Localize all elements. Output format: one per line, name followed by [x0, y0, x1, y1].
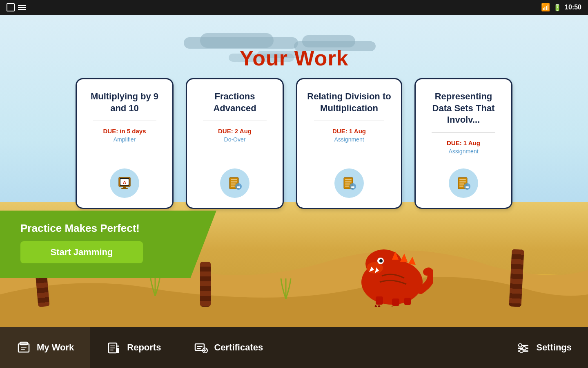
svg-rect-44: [459, 184, 464, 184]
svg-rect-14: [392, 298, 399, 306]
svg-marker-18: [390, 306, 394, 307]
svg-rect-55: [110, 348, 115, 348]
svg-marker-16: [374, 305, 378, 307]
svg-point-66: [519, 344, 522, 347]
palm-trunk-2: [200, 262, 211, 307]
card-1-due: DUE: in 5 days: [103, 128, 146, 135]
card-fractions[interactable]: Fractions Advanced DUE: 2 Aug Do-Over: [186, 78, 284, 209]
time-display: 10:50: [565, 4, 581, 11]
svg-rect-61: [197, 348, 201, 349]
card-1-icon: A: [110, 168, 139, 198]
grass-1: [147, 276, 163, 298]
card-1-divider: [93, 121, 156, 121]
svg-rect-35: [345, 182, 352, 182]
card-division[interactable]: Relating Division to Multiplication DUE:…: [296, 78, 402, 209]
svg-rect-23: [123, 186, 126, 188]
svg-marker-17: [377, 305, 381, 307]
start-jamming-button[interactable]: Start Jamming: [20, 241, 143, 263]
svg-rect-47: [466, 186, 469, 187]
grass-2: [278, 278, 294, 301]
svg-rect-24: [121, 188, 128, 189]
svg-rect-42: [459, 180, 466, 180]
card-4-due: DUE: 1 Aug: [447, 139, 480, 146]
card-1-type: Amplifier: [114, 136, 136, 143]
svg-rect-48: [466, 187, 469, 188]
svg-point-68: [520, 350, 523, 353]
certificates-label: Certificates: [214, 342, 263, 353]
bottom-nav: My Work Reports Certificates: [0, 327, 588, 368]
svg-rect-29: [231, 186, 235, 186]
svg-rect-39: [351, 186, 354, 187]
status-bar: 📶 🔋 10:50: [0, 0, 588, 15]
status-bar-right: 📶 🔋 10:50: [541, 3, 581, 12]
nav-reports[interactable]: Reports: [90, 327, 177, 368]
cards-container: Multiplying by 9 and 10 DUE: in 5 days A…: [0, 78, 588, 209]
svg-rect-58: [116, 346, 119, 347]
svg-text:A: A: [123, 180, 126, 185]
my-work-label: My Work: [37, 342, 74, 353]
dragon: [351, 233, 433, 307]
card-data-sets[interactable]: Representing Data Sets That Involv... DU…: [414, 78, 512, 209]
nav-settings[interactable]: Settings: [499, 340, 588, 355]
svg-rect-27: [231, 182, 237, 182]
practice-banner: Practice Makes Perfect! Start Jamming: [0, 211, 216, 278]
card-2-due: DUE: 2 Aug: [218, 128, 252, 135]
svg-rect-57: [116, 348, 119, 353]
card-3-type: Assignment: [334, 136, 364, 143]
card-4-title: Representing Data Sets That Involv...: [424, 91, 503, 126]
svg-rect-60: [197, 346, 203, 347]
practice-title: Practice Makes Perfect!: [20, 222, 200, 235]
card-3-divider: [314, 121, 384, 121]
svg-rect-52: [21, 349, 25, 350]
card-1-title: Multiplying by 9 and 10: [85, 91, 164, 114]
svg-rect-43: [459, 182, 466, 182]
card-2-divider: [203, 121, 266, 121]
card-4-divider: [432, 132, 495, 133]
svg-point-67: [523, 347, 526, 350]
svg-rect-15: [404, 298, 411, 305]
svg-rect-36: [345, 184, 350, 184]
svg-rect-26: [231, 180, 237, 180]
svg-rect-37: [345, 186, 349, 186]
svg-rect-34: [345, 180, 352, 180]
svg-rect-13: [376, 296, 383, 305]
bars-icon: [18, 5, 26, 10]
card-4-type: Assignment: [448, 148, 478, 155]
card-2-title: Fractions Advanced: [195, 91, 274, 114]
svg-marker-12: [408, 257, 416, 265]
screen-icon: [7, 3, 15, 11]
card-3-title: Relating Division to Multiplication: [305, 91, 393, 114]
svg-rect-51: [21, 347, 27, 348]
card-multiplying[interactable]: Multiplying by 9 and 10 DUE: in 5 days A…: [76, 78, 174, 209]
svg-rect-54: [110, 346, 115, 346]
my-work-icon: [16, 340, 31, 355]
svg-rect-32: [237, 187, 240, 188]
page-title: Your Work: [0, 29, 588, 70]
status-bar-left: [7, 3, 26, 11]
nav-my-work[interactable]: My Work: [0, 327, 90, 368]
main-area: Your Work: [0, 15, 588, 327]
svg-rect-31: [237, 186, 240, 187]
card-2-type: Do-Over: [224, 136, 246, 143]
nav-certificates[interactable]: Certificates: [177, 327, 279, 368]
settings-label: Settings: [536, 342, 572, 353]
card-3-icon: [334, 168, 364, 198]
svg-point-7: [379, 259, 383, 263]
settings-icon: [516, 340, 530, 355]
reports-label: Reports: [127, 342, 161, 353]
reports-icon: [107, 340, 121, 355]
svg-marker-11: [400, 254, 408, 262]
wifi-icon: 📶: [541, 3, 550, 12]
card-3-due: DUE: 1 Aug: [332, 128, 366, 135]
certificates-icon: [194, 340, 208, 355]
battery-icon: 🔋: [553, 4, 561, 11]
svg-rect-56: [110, 350, 114, 350]
svg-rect-45: [459, 186, 463, 186]
svg-rect-28: [231, 184, 236, 184]
card-4-icon: [449, 168, 478, 198]
svg-rect-40: [351, 187, 354, 188]
card-2-icon: [220, 168, 249, 198]
menu-icon: [7, 3, 26, 11]
